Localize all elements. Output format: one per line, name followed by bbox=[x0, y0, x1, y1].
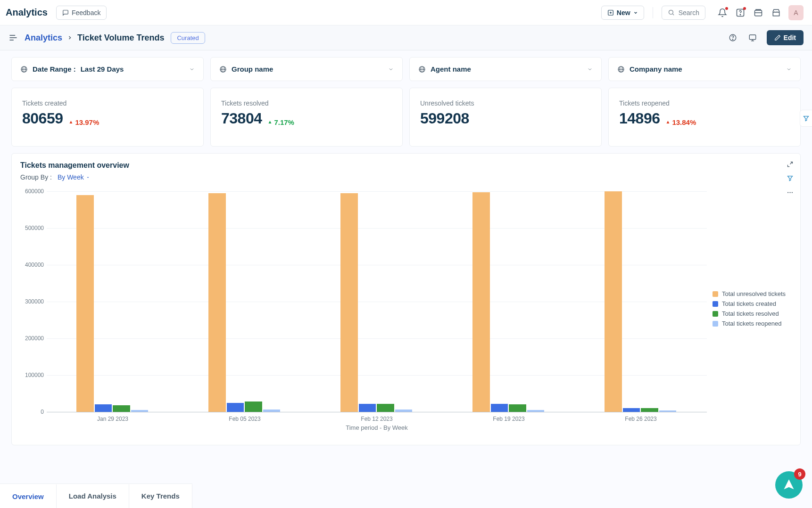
bottom-tab[interactable]: Key Trends bbox=[129, 484, 192, 508]
bar-group bbox=[605, 191, 677, 412]
filter-button[interactable] bbox=[783, 172, 796, 185]
groupby-dropdown[interactable]: By Week bbox=[58, 173, 90, 181]
legend-swatch bbox=[713, 321, 718, 327]
curated-chip: Curated bbox=[171, 32, 205, 44]
bar[interactable] bbox=[377, 404, 394, 412]
feedback-button[interactable]: Feedback bbox=[56, 6, 107, 20]
chat-bubble-icon bbox=[62, 9, 69, 16]
bar-group bbox=[76, 191, 149, 412]
legend-item[interactable]: Total tickets reopened bbox=[713, 320, 792, 327]
globe-icon bbox=[617, 66, 625, 73]
y-tick-label: 100000 bbox=[25, 372, 44, 378]
bar[interactable] bbox=[76, 195, 94, 412]
y-tick-label: 200000 bbox=[25, 335, 44, 342]
triangle-icon: ▲ bbox=[267, 120, 272, 124]
notifications-button[interactable] bbox=[715, 5, 730, 20]
bar[interactable] bbox=[472, 192, 490, 412]
metric-title: Tickets created bbox=[22, 99, 193, 107]
legend-item[interactable]: Total unresolved tickets bbox=[713, 290, 792, 297]
x-tick-label: Jan 29 2023 bbox=[97, 416, 128, 422]
bar[interactable] bbox=[605, 191, 622, 412]
filter-card[interactable]: Group name bbox=[210, 57, 403, 81]
present-button[interactable] bbox=[744, 29, 761, 46]
legend-item[interactable]: Total tickets created bbox=[713, 300, 792, 307]
metric-value: 80659 bbox=[22, 110, 63, 127]
bar[interactable] bbox=[659, 410, 677, 412]
bar[interactable] bbox=[227, 403, 244, 412]
bar[interactable] bbox=[641, 408, 658, 412]
metric-card: Tickets reopened14896▲13.84% bbox=[608, 88, 801, 147]
triangle-icon: ▲ bbox=[68, 120, 73, 124]
globe-icon bbox=[20, 66, 28, 73]
avatar[interactable]: A bbox=[788, 5, 804, 20]
legend-label: Total tickets resolved bbox=[722, 310, 779, 317]
y-tick-label: 400000 bbox=[25, 262, 44, 268]
search-input[interactable]: Search bbox=[662, 6, 705, 20]
bar[interactable] bbox=[245, 401, 262, 412]
bar[interactable] bbox=[359, 404, 376, 412]
filter-card[interactable]: Agent name bbox=[409, 57, 602, 81]
chat-fab-badge: 9 bbox=[794, 468, 805, 480]
bar[interactable] bbox=[623, 408, 640, 412]
svg-point-6 bbox=[740, 14, 740, 15]
chevron-down-icon bbox=[587, 66, 593, 72]
plot-area: Jan 29 2023Feb 05 2023Feb 12 2023Feb 19 … bbox=[47, 191, 707, 426]
metric-value: 599208 bbox=[420, 110, 469, 127]
filter-card[interactable]: Company name bbox=[608, 57, 801, 81]
filter-label: Date Range : bbox=[33, 65, 76, 73]
chat-fab[interactable]: 9 bbox=[775, 471, 803, 499]
feedback-label: Feedback bbox=[72, 9, 100, 16]
bar[interactable] bbox=[340, 193, 358, 412]
x-axis-line bbox=[47, 412, 707, 412]
help-circle-button[interactable] bbox=[724, 29, 741, 46]
metric-value: 14896 bbox=[619, 110, 660, 127]
bar[interactable] bbox=[509, 404, 526, 412]
y-tick-label: 500000 bbox=[25, 225, 44, 231]
bottom-tab[interactable]: Load Analysis bbox=[57, 484, 129, 508]
menu-icon[interactable] bbox=[8, 33, 18, 42]
chevron-down-icon bbox=[189, 66, 195, 72]
chevron-down-icon bbox=[388, 66, 394, 72]
new-label: New bbox=[617, 9, 630, 16]
bar[interactable] bbox=[263, 410, 281, 412]
bar[interactable] bbox=[131, 410, 149, 412]
chart-legend: Total unresolved ticketsTotal tickets cr… bbox=[707, 191, 792, 426]
breadcrumb-current: Ticket Volume Trends bbox=[77, 33, 164, 43]
edge-filter-button[interactable] bbox=[800, 110, 812, 127]
help-button[interactable] bbox=[733, 5, 748, 20]
edit-label: Edit bbox=[784, 34, 796, 41]
filter-card[interactable]: Date Range :Last 29 Days bbox=[11, 57, 204, 81]
bar[interactable] bbox=[113, 405, 130, 412]
notification-dot bbox=[725, 7, 728, 10]
y-tick-label: 300000 bbox=[25, 298, 44, 305]
bar[interactable] bbox=[95, 404, 112, 412]
metric-value: 73804 bbox=[221, 110, 262, 127]
new-button[interactable]: New bbox=[601, 6, 644, 20]
breadcrumb-root[interactable]: Analytics bbox=[25, 33, 62, 43]
chat-fab-icon bbox=[782, 478, 795, 492]
edit-button[interactable]: Edit bbox=[767, 30, 804, 45]
plus-square-icon bbox=[607, 9, 614, 16]
legend-swatch bbox=[713, 301, 718, 307]
legend-swatch bbox=[713, 311, 718, 317]
bar[interactable] bbox=[527, 410, 545, 412]
bottom-tab[interactable]: Overview bbox=[0, 484, 57, 508]
apps-button[interactable] bbox=[751, 5, 766, 20]
marketplace-button[interactable] bbox=[769, 5, 784, 20]
metrics-row: Tickets created80659▲13.97%Tickets resol… bbox=[0, 81, 812, 147]
caret-down-icon bbox=[86, 175, 90, 180]
expand-button[interactable] bbox=[783, 157, 796, 171]
legend-label: Total tickets created bbox=[722, 300, 776, 307]
metric-delta: ▲13.84% bbox=[665, 118, 696, 126]
bar[interactable] bbox=[395, 410, 413, 412]
globe-icon bbox=[418, 66, 426, 73]
svg-rect-14 bbox=[749, 35, 756, 40]
avatar-initial: A bbox=[794, 9, 798, 16]
bar-group bbox=[340, 191, 413, 412]
legend-label: Total unresolved tickets bbox=[722, 290, 786, 297]
bar[interactable] bbox=[491, 404, 508, 412]
legend-item[interactable]: Total tickets resolved bbox=[713, 310, 792, 317]
app-title: Analytics bbox=[6, 7, 48, 18]
x-tick-label: Feb 26 2023 bbox=[625, 416, 656, 422]
bar[interactable] bbox=[208, 193, 226, 412]
